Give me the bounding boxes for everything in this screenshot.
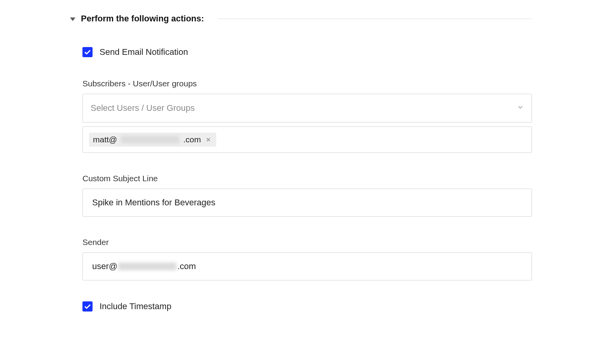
send-email-label: Send Email Notification [100,47,188,57]
sender-label: Sender [82,238,532,247]
actions-form: Perform the following actions: Send Emai… [0,0,602,312]
section-header[interactable]: Perform the following actions: [70,14,532,24]
subscriber-chip: matt@.com ✕ [89,133,216,147]
custom-subject-label: Custom Subject Line [82,174,532,183]
obscured-text [118,262,177,270]
chip-text-suffix: .com [183,135,201,144]
check-icon [84,303,91,310]
chip-text-prefix: matt@ [93,135,117,144]
subscribers-select[interactable]: Select Users / User Groups [82,94,532,122]
divider [217,19,532,19]
include-timestamp-checkbox[interactable] [82,301,93,312]
subscribers-label: Subscribers - User/User groups [82,79,532,88]
subscribers-chipbox-wrapper: matt@.com ✕ [82,126,532,153]
subscribers-select-placeholder: Select Users / User Groups [91,103,195,113]
chevron-down-icon [517,104,524,112]
section-title: Perform the following actions: [81,14,204,24]
include-timestamp-label: Include Timestamp [100,301,172,312]
subscribers-chip-input[interactable]: matt@.com ✕ [82,126,532,153]
custom-subject-input[interactable] [82,189,532,217]
sender-field: Sender user@.com [82,238,532,280]
sender-suffix: .com [177,261,196,271]
include-timestamp-row: Include Timestamp [82,301,532,312]
chevron-down-icon [70,18,75,21]
check-icon [84,49,91,56]
chip-remove-icon[interactable]: ✕ [204,136,212,144]
sender-input[interactable]: user@.com [82,252,532,280]
custom-subject-field: Custom Subject Line [82,174,532,217]
send-email-checkbox[interactable] [82,47,93,57]
send-email-row: Send Email Notification [82,47,532,57]
sender-prefix: user@ [92,261,117,271]
subscribers-field: Subscribers - User/User groups Select Us… [82,79,532,122]
obscured-text [121,136,179,144]
